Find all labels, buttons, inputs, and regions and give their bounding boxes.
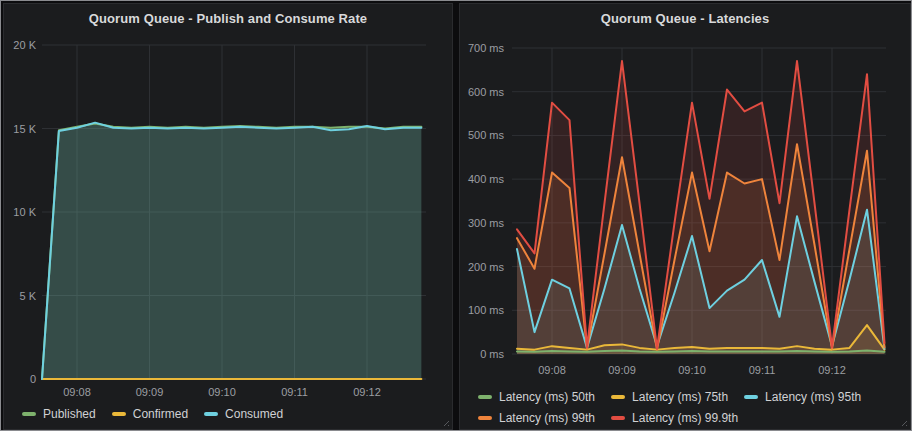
x-tick-label: 09:08 — [63, 386, 91, 398]
y-tick-label: 10 K — [13, 206, 36, 218]
legend-item-latency-ms-50th[interactable]: Latency (ms) 50th — [478, 388, 595, 406]
y-tick-label: 0 ms — [480, 348, 504, 360]
x-tick-label: 09:10 — [208, 386, 236, 398]
y-tick-label: 500 ms — [468, 129, 505, 141]
legend-item-confirmed[interactable]: Confirmed — [112, 405, 188, 423]
legend-item-latency-ms-99th[interactable]: Latency (ms) 99th — [478, 409, 595, 427]
y-tick-label: 15 K — [13, 123, 36, 135]
legend-swatch — [204, 412, 218, 416]
x-tick-label: 09:11 — [281, 386, 308, 398]
x-tick-label: 09:09 — [136, 386, 164, 398]
panel-publish-consume-rate: Quorum Queue - Publish and Consume Rate … — [3, 3, 453, 430]
legend-label: Published — [43, 407, 96, 421]
chart-canvas[interactable]: 0 ms100 ms200 ms300 ms400 ms500 ms600 ms… — [460, 4, 912, 431]
y-tick-label: 100 ms — [468, 304, 505, 316]
y-tick-label: 0 — [30, 373, 36, 385]
legend-item-consumed[interactable]: Consumed — [204, 405, 283, 423]
legend-item-published[interactable]: Published — [22, 405, 96, 423]
series-area-consumed — [42, 123, 421, 379]
y-tick-label: 600 ms — [468, 86, 505, 98]
legend-swatch — [22, 412, 36, 416]
legend-label: Confirmed — [133, 407, 188, 421]
y-tick-label: 5 K — [19, 290, 36, 302]
x-tick-label: 09:12 — [818, 364, 846, 376]
legend: Latency (ms) 50thLatency (ms) 75thLatenc… — [478, 388, 904, 427]
legend-swatch — [611, 416, 625, 420]
legend-swatch — [478, 416, 492, 420]
chart-canvas[interactable]: 05 K10 K15 K20 K09:0809:0909:1009:1109:1… — [4, 4, 454, 431]
legend-swatch — [744, 395, 758, 399]
legend-label: Latency (ms) 95th — [765, 390, 861, 404]
legend-label: Consumed — [225, 407, 283, 421]
x-tick-label: 09:09 — [608, 364, 636, 376]
legend-label: Latency (ms) 50th — [499, 390, 595, 404]
legend-label: Latency (ms) 75th — [632, 390, 728, 404]
y-tick-label: 700 ms — [468, 42, 505, 54]
legend-label: Latency (ms) 99.9th — [632, 411, 738, 425]
x-tick-label: 09:10 — [678, 364, 706, 376]
y-tick-label: 20 K — [13, 39, 36, 51]
x-tick-label: 09:08 — [538, 364, 566, 376]
legend: PublishedConfirmedConsumed — [22, 405, 446, 423]
legend-item-latency-ms-95th[interactable]: Latency (ms) 95th — [744, 388, 861, 406]
y-tick-label: 300 ms — [468, 217, 505, 229]
y-tick-label: 400 ms — [468, 173, 505, 185]
x-tick-label: 09:12 — [353, 386, 381, 398]
legend-label: Latency (ms) 99th — [499, 411, 595, 425]
legend-item-latency-ms-75th[interactable]: Latency (ms) 75th — [611, 388, 728, 406]
dashboard: { "chart_data": [ { "type": "area", "tit… — [0, 0, 912, 431]
legend-swatch — [611, 395, 625, 399]
panel-latencies: Quorum Queue - Latencies 0 ms100 ms200 m… — [459, 3, 911, 430]
legend-swatch — [112, 412, 126, 416]
legend-item-latency-ms-99-9th[interactable]: Latency (ms) 99.9th — [611, 409, 738, 427]
y-tick-label: 200 ms — [468, 261, 505, 273]
legend-swatch — [478, 395, 492, 399]
x-tick-label: 09:11 — [749, 364, 776, 376]
